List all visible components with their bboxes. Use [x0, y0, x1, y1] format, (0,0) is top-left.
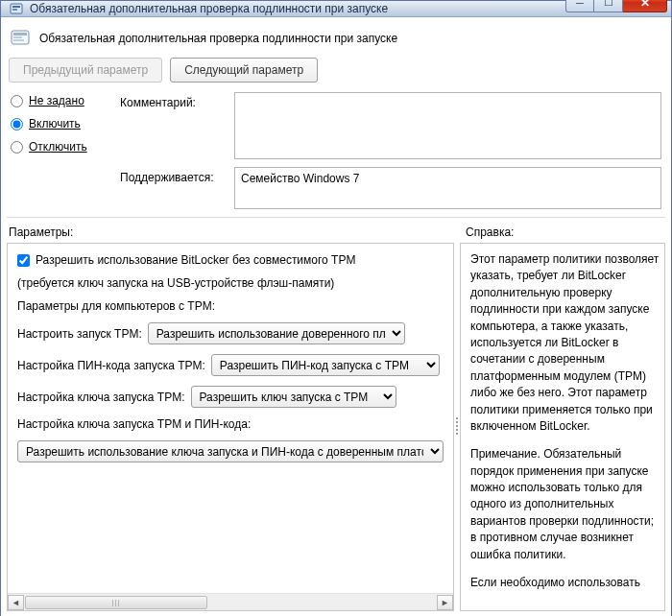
tpm-startup-select[interactable]: Разрешить использование доверенного плат…: [148, 322, 405, 344]
minimize-button[interactable]: ─: [565, 0, 594, 12]
supported-box[interactable]: Семейство Windows 7: [234, 167, 661, 209]
svg-rect-1: [12, 6, 20, 8]
usb-note: (требуется ключ запуска на USB-устройств…: [17, 276, 444, 290]
parameters-body: Разрешить использование BitLocker без со…: [8, 244, 453, 593]
panels: Разрешить использование BitLocker без со…: [7, 243, 665, 611]
supported-text: Семейство Windows 7: [241, 172, 359, 185]
radio-not-configured-input[interactable]: [11, 95, 23, 107]
tpm-key-pin-row: Разрешить использование ключа запуска и …: [17, 440, 444, 462]
radio-enabled-input[interactable]: [11, 118, 23, 130]
help-paragraph-3: Если необходимо использовать: [470, 575, 660, 591]
svg-rect-5: [13, 36, 22, 38]
divider: [7, 217, 665, 218]
comment-textarea[interactable]: [234, 92, 661, 159]
tpm-key-row: Настройка ключа запуска TPM: Разрешить к…: [17, 386, 444, 408]
tpm-key-select[interactable]: Разрешить ключ запуска с TPM: [191, 386, 396, 408]
tpm-pin-select[interactable]: Разрешить ПИН-код запуска с TPM: [211, 354, 440, 376]
radio-disabled-label: Отключить: [29, 140, 87, 154]
tpm-startup-row: Настроить запуск TPM: Разрешить использо…: [17, 322, 444, 344]
allow-without-tpm-row[interactable]: Разрешить использование BitLocker без со…: [17, 253, 444, 267]
window-controls: ─ ☐ ✕: [565, 0, 667, 12]
tpm-key-pin-label: Настройка ключа запуска TPM и ПИН-кода:: [17, 417, 444, 431]
scroll-thumb[interactable]: [25, 596, 207, 609]
content-area: Обязательная дополнительная проверка под…: [1, 17, 671, 616]
radio-disabled-input[interactable]: [11, 141, 23, 154]
scroll-left-arrow[interactable]: ◄: [8, 595, 24, 610]
parameters-panel: Разрешить использование BitLocker без со…: [7, 243, 454, 611]
allow-without-tpm-label: Разрешить использование BitLocker без со…: [36, 253, 355, 267]
svg-rect-6: [13, 39, 24, 41]
help-paragraph-2: Примечание. Обязательный порядок примене…: [470, 446, 660, 563]
policy-icon: [9, 27, 32, 50]
radio-not-configured-label: Не задано: [29, 94, 84, 107]
prev-setting-button[interactable]: Предыдущий параметр: [9, 58, 162, 83]
scroll-right-arrow[interactable]: ►: [437, 595, 453, 610]
help-label: Справка:: [460, 222, 665, 243]
tpm-key-label: Настройка ключа запуска TPM:: [17, 391, 185, 404]
help-panel[interactable]: Этот параметр политики позволяет указать…: [460, 243, 665, 611]
svg-rect-2: [12, 9, 17, 11]
titlebar[interactable]: Обязательная дополнительная проверка под…: [1, 1, 671, 17]
parameters-label: Параметры:: [7, 222, 454, 243]
scroll-track[interactable]: [24, 595, 437, 610]
tpm-pin-row: Настройка ПИН-кода запуска TPM: Разрешит…: [17, 354, 444, 376]
radio-enabled[interactable]: Включить: [11, 117, 116, 130]
upper-grid: Не задано Включить Отключить Комментарий…: [7, 92, 665, 217]
tpm-key-pin-select[interactable]: Разрешить использование ключа запуска и …: [17, 440, 444, 462]
panel-headers: Параметры: Справка:: [7, 222, 665, 243]
tpm-pin-label: Настройка ПИН-кода запуска TPM:: [17, 359, 205, 372]
app-icon: [9, 1, 24, 16]
help-paragraph-1: Этот параметр политики позволяет указать…: [470, 251, 660, 435]
supported-label: Поддерживается:: [120, 167, 230, 184]
close-button[interactable]: ✕: [623, 0, 667, 12]
dialog-window: Обязательная дополнительная проверка под…: [0, 0, 672, 616]
radio-not-configured[interactable]: Не задано: [11, 94, 116, 107]
state-radio-group: Не задано Включить Отключить: [11, 92, 116, 159]
splitter-grip-icon: [456, 417, 458, 437]
maximize-button[interactable]: ☐: [594, 0, 623, 12]
allow-without-tpm-checkbox[interactable]: [17, 254, 30, 267]
svg-rect-4: [13, 33, 27, 36]
policy-header: Обязательная дополнительная проверка под…: [7, 23, 665, 58]
policy-title: Обязательная дополнительная проверка под…: [39, 32, 397, 45]
radio-enabled-label: Включить: [29, 117, 81, 130]
parameters-hscrollbar[interactable]: ◄ ►: [8, 593, 453, 610]
tpm-header: Параметры для компьютеров с TPM:: [17, 299, 444, 313]
tpm-startup-label: Настроить запуск TPM:: [17, 327, 142, 341]
window-title: Обязательная дополнительная проверка под…: [30, 2, 565, 15]
comment-label: Комментарий:: [120, 92, 230, 159]
nav-buttons: Предыдущий параметр Следующий параметр: [7, 58, 665, 92]
next-setting-button[interactable]: Следующий параметр: [170, 58, 318, 83]
radio-disabled[interactable]: Отключить: [11, 140, 116, 154]
